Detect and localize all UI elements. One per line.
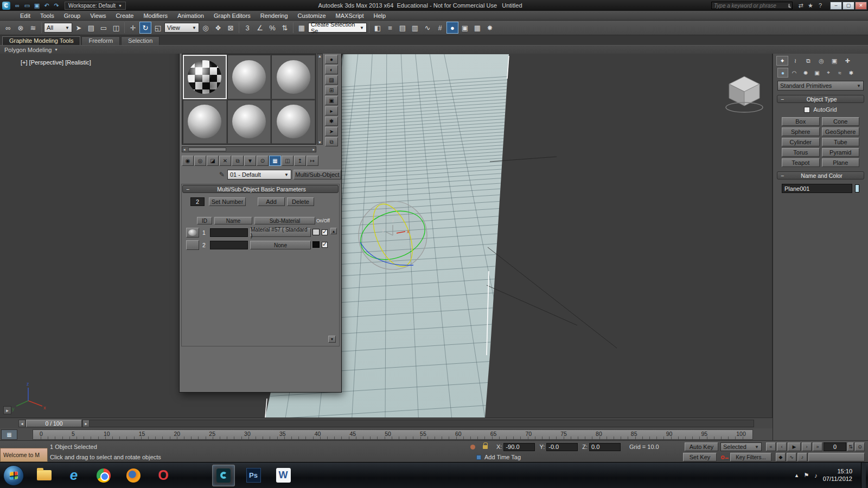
sample-slot-2[interactable] xyxy=(227,55,271,99)
go-to-start-button[interactable]: « xyxy=(766,442,776,451)
taskbar-clock[interactable]: 15:10 07/11/2012 xyxy=(823,468,856,483)
help-icon[interactable]: ? xyxy=(815,1,825,10)
favorites-icon[interactable]: ★ xyxy=(806,1,815,10)
mute-sound-button[interactable]: ♪ xyxy=(797,453,807,461)
time-configuration-button[interactable]: ⊙ xyxy=(855,442,865,451)
scrollbar-thumb[interactable] xyxy=(188,147,226,151)
put-material-to-scene-icon[interactable]: ◎ xyxy=(194,156,206,166)
sample-slot-1[interactable] xyxy=(183,55,227,99)
material-map-navigator-icon[interactable]: ⧉ xyxy=(325,137,338,146)
taskbar-photoshop[interactable]: Ps xyxy=(242,465,265,486)
sub-material-color-swatch[interactable] xyxy=(312,241,320,248)
category-space-warps[interactable]: ≈ xyxy=(834,68,845,78)
select-and-move-icon[interactable]: ✛ xyxy=(127,22,139,34)
key-mode-toggle[interactable]: ◆ xyxy=(776,453,786,461)
search-input[interactable] xyxy=(714,3,787,9)
object-type-button[interactable]: Tube xyxy=(822,138,860,146)
close-button[interactable]: ✕ xyxy=(855,2,867,10)
category-systems[interactable]: ✱ xyxy=(846,68,857,78)
auto-key-button[interactable]: Auto Key xyxy=(685,442,718,451)
object-type-button[interactable]: GeoSphere xyxy=(822,127,860,136)
show-map-in-viewport-icon[interactable]: ▦ xyxy=(269,156,281,166)
sample-slot-4[interactable] xyxy=(183,100,227,144)
volume-icon[interactable]: ♪ xyxy=(814,472,818,479)
select-object-icon[interactable]: ➤ xyxy=(73,22,85,34)
go-to-end-button[interactable]: » xyxy=(813,442,822,451)
render-production-icon[interactable]: ✸ xyxy=(484,22,496,34)
go-forward-sibling-icon[interactable]: ↦ xyxy=(307,156,318,166)
rollout-header[interactable]: − Multi/Sub-Object Basic Parameters xyxy=(182,185,339,193)
open-folder-icon[interactable]: ▭ xyxy=(22,1,32,10)
taskbar-explorer[interactable] xyxy=(33,465,55,486)
column-header-id[interactable]: ID xyxy=(197,217,212,224)
select-by-name-icon[interactable]: ▤ xyxy=(85,22,97,34)
select-and-manipulate-icon[interactable]: ❖ xyxy=(212,22,224,34)
rollout-header[interactable]: − Name and Color xyxy=(777,171,864,179)
selection-set-key-dropdown[interactable]: Selected▼ xyxy=(720,442,762,451)
rows-scroll-up[interactable]: ▲ xyxy=(330,228,337,234)
material-name-dropdown[interactable]: 01 - Default▼ xyxy=(227,170,291,179)
menu-item[interactable]: MAXScript xyxy=(331,12,369,20)
3dsmax-logo[interactable] xyxy=(2,2,10,10)
snap-toggle-icon[interactable]: 3 xyxy=(241,22,253,34)
action-center-icon[interactable]: ⚑ xyxy=(803,472,809,479)
rectangular-selection-icon[interactable]: ▭ xyxy=(98,22,110,34)
object-type-button[interactable]: Pyramid xyxy=(822,148,860,157)
sub-material-button[interactable]: Material #57 ( Standard ) xyxy=(250,228,311,237)
selection-lock-icon[interactable] xyxy=(483,445,488,449)
object-type-button[interactable]: Teapot xyxy=(782,158,820,167)
menu-item[interactable]: Graph Editors xyxy=(209,12,256,20)
menu-item[interactable]: Tools xyxy=(35,12,59,20)
search-icon[interactable] xyxy=(788,4,790,8)
get-material-icon[interactable]: ◉ xyxy=(182,156,194,166)
tab-modify[interactable]: ≀ xyxy=(789,56,801,66)
add-time-tag[interactable]: Add Time Tag xyxy=(484,454,537,460)
category-geometry[interactable]: ● xyxy=(777,68,788,78)
menu-item[interactable]: Help xyxy=(369,12,391,20)
workspace-dropdown[interactable]: Workspace: Default ▼ xyxy=(65,2,126,10)
sub-material-thumbnail[interactable] xyxy=(186,228,199,237)
chevron-down-icon[interactable]: ▾ xyxy=(55,47,57,52)
play-button[interactable]: ▶ xyxy=(788,442,801,451)
object-type-button[interactable]: Plane xyxy=(822,158,860,167)
window-crossing-icon[interactable]: ◫ xyxy=(110,22,122,34)
use-pivot-center-icon[interactable]: ◎ xyxy=(200,22,212,34)
menu-item[interactable]: Create xyxy=(111,12,138,20)
tray-expand-icon[interactable]: ▴ xyxy=(795,472,799,479)
menu-item[interactable]: Views xyxy=(85,12,111,20)
reference-coordinate-dropdown[interactable]: View▼ xyxy=(164,23,199,33)
y-coordinate-field[interactable] xyxy=(546,443,578,451)
viewport-label[interactable]: [+] [Perspective] [Realistic] xyxy=(21,59,91,66)
background-icon[interactable]: ▨ xyxy=(325,75,338,85)
isolate-selection-icon[interactable] xyxy=(470,445,475,450)
material-id-channel-icon[interactable]: ⊙ xyxy=(257,156,269,166)
ribbon-tab[interactable]: Freeform xyxy=(81,36,120,45)
edit-named-selections-icon[interactable]: ▦ xyxy=(296,22,308,34)
layer-manager-icon[interactable]: ▤ xyxy=(397,22,409,34)
mini-curve-editor-button[interactable]: ▦ xyxy=(1,429,17,440)
curve-editor-icon[interactable]: ∿ xyxy=(422,22,433,34)
object-name-input[interactable] xyxy=(782,184,852,193)
key-filters-button[interactable]: Key Filters... xyxy=(730,453,771,461)
rollout-header[interactable]: − Object Type xyxy=(777,95,864,103)
sub-material-on-checkbox[interactable] xyxy=(322,242,328,248)
sample-slot-5[interactable] xyxy=(227,100,271,144)
time-slider-prev-arrow[interactable]: ◂ xyxy=(18,420,25,427)
taskbar-firefox[interactable] xyxy=(122,465,145,486)
object-type-button[interactable]: Sphere xyxy=(782,127,820,136)
taskbar-chrome[interactable] xyxy=(92,465,115,486)
sub-material-on-checkbox[interactable] xyxy=(322,229,328,235)
ribbon-panel-label[interactable]: Polygon Modeling xyxy=(4,47,52,53)
current-frame-field[interactable] xyxy=(824,442,846,451)
rendered-frame-icon[interactable]: ▦ xyxy=(471,22,483,34)
mirror-icon[interactable]: ◧ xyxy=(372,22,384,34)
welcome-window[interactable]: Welcome to M xyxy=(0,448,48,462)
bind-to-space-warp-icon[interactable]: ≋ xyxy=(27,22,39,34)
sample-slot-3[interactable] xyxy=(271,55,315,99)
save-icon[interactable]: ▣ xyxy=(32,1,42,10)
taskbar-word[interactable]: W xyxy=(272,465,295,486)
angle-snap-icon[interactable]: ∠ xyxy=(254,22,266,34)
menu-item[interactable]: Edit xyxy=(15,12,35,20)
tab-hierarchy[interactable]: ⧉ xyxy=(802,56,814,66)
set-number-button[interactable]: Set Number xyxy=(209,197,246,206)
